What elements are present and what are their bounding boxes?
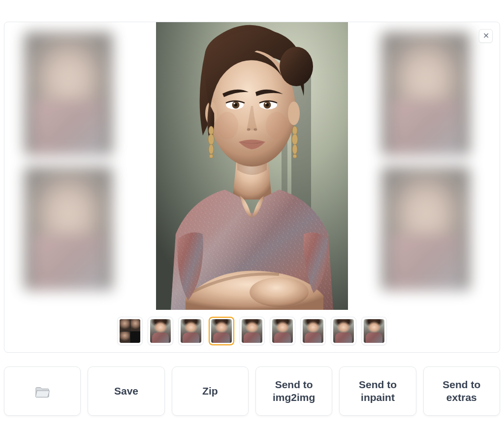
open-folder-button[interactable] [4, 366, 81, 416]
save-button[interactable]: Save [88, 366, 164, 416]
svg-point-27 [292, 126, 297, 135]
thumbnail-1[interactable] [117, 317, 143, 345]
thumbnail-image [364, 319, 384, 343]
thumbnail-image [272, 319, 293, 343]
image-viewer-panel: ✕ [4, 22, 500, 353]
svg-point-17 [233, 102, 235, 104]
zip-button-label: Zip [202, 385, 218, 398]
svg-point-25 [209, 144, 214, 154]
thumbnail-5[interactable] [239, 317, 265, 345]
svg-point-20 [254, 129, 257, 131]
thumbnail-image [303, 319, 323, 343]
thumbnail-image [120, 319, 140, 343]
thumbnail-image [242, 319, 262, 343]
thumbnail-7[interactable] [300, 317, 326, 345]
thumbnail-8[interactable] [331, 317, 356, 345]
thumbnail-4[interactable] [209, 317, 234, 345]
send-to-extras-label: Send to extras [428, 378, 496, 404]
svg-point-18 [265, 102, 266, 104]
svg-point-22 [266, 112, 287, 139]
send-to-img2img-label: Send to img2img [260, 378, 328, 404]
svg-point-30 [293, 154, 297, 158]
thumbnail-image [150, 319, 171, 343]
close-button[interactable]: ✕ [479, 29, 493, 43]
send-to-inpaint-label: Send to inpaint [344, 378, 411, 404]
svg-point-9 [288, 101, 300, 125]
thumbnail-3[interactable] [178, 317, 204, 345]
svg-point-28 [292, 134, 298, 145]
send-to-extras-button[interactable]: Send to extras [423, 366, 500, 416]
thumbnail-strip [4, 317, 500, 345]
svg-point-24 [208, 134, 214, 145]
close-icon: ✕ [483, 32, 489, 40]
thumbnail-2[interactable] [148, 317, 173, 345]
folder-icon [35, 385, 50, 397]
zip-button[interactable]: Zip [172, 366, 249, 416]
send-to-inpaint-button[interactable]: Send to inpaint [339, 366, 416, 416]
save-button-label: Save [114, 385, 138, 398]
action-button-row: Save Zip Send to img2img Send to inpaint… [4, 366, 500, 416]
svg-point-31 [250, 277, 309, 307]
thumbnail-image [181, 319, 201, 343]
thumbnail-9[interactable] [361, 317, 387, 345]
svg-point-19 [247, 129, 251, 131]
thumbnail-image [211, 319, 232, 343]
send-to-img2img-button[interactable]: Send to img2img [255, 366, 332, 416]
main-image[interactable] [156, 22, 348, 310]
thumbnail-image [333, 319, 354, 343]
svg-point-26 [209, 154, 213, 158]
svg-point-29 [292, 144, 297, 154]
svg-point-21 [217, 112, 238, 139]
thumbnail-6[interactable] [270, 317, 295, 345]
svg-point-23 [209, 126, 214, 135]
svg-point-10 [280, 47, 313, 86]
